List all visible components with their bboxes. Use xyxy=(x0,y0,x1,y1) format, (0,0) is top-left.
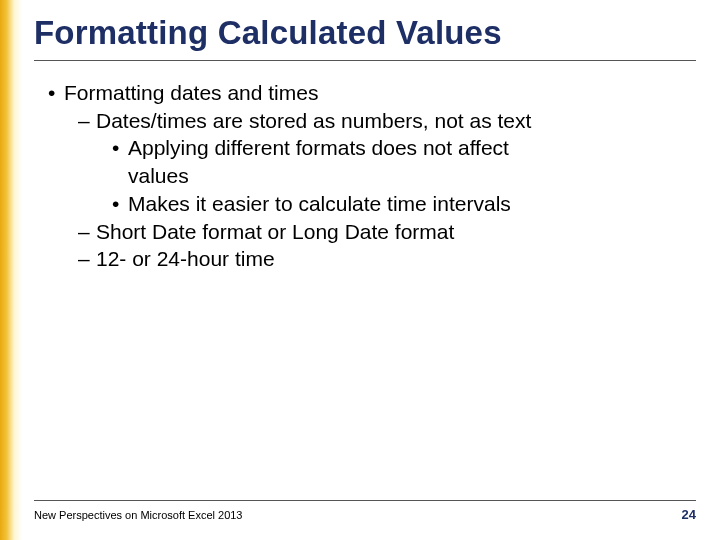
bullet-l3: •Makes it easier to calculate time inter… xyxy=(34,190,696,218)
bullet-marker-dash: – xyxy=(78,245,96,273)
slide-title: Formatting Calculated Values xyxy=(34,14,696,58)
bullet-l3: •Applying different formats does not aff… xyxy=(34,134,696,162)
bullet-marker-dot: • xyxy=(112,190,128,218)
bullet-l2: –12- or 24-hour time xyxy=(34,245,696,273)
accent-side-bar xyxy=(0,0,22,540)
bullet-text: Makes it easier to calculate time interv… xyxy=(128,192,511,215)
bullet-text: 12- or 24-hour time xyxy=(96,247,275,270)
bullet-l2: –Short Date format or Long Date format xyxy=(34,218,696,246)
page-number: 24 xyxy=(682,507,696,522)
bullet-text: values xyxy=(128,164,189,187)
bullet-text: Applying different formats does not affe… xyxy=(128,136,509,159)
bullet-marker-dash: – xyxy=(78,107,96,135)
footer-text: New Perspectives on Microsoft Excel 2013 xyxy=(34,509,242,521)
title-rule xyxy=(34,60,696,61)
slide-content: Formatting Calculated Values •Formatting… xyxy=(34,14,696,520)
bullet-marker-dot: • xyxy=(48,79,64,107)
footer-rule xyxy=(34,500,696,501)
bullet-l2: –Dates/times are stored as numbers, not … xyxy=(34,107,696,135)
bullet-text: Short Date format or Long Date format xyxy=(96,220,454,243)
slide-footer: New Perspectives on Microsoft Excel 2013… xyxy=(34,500,696,522)
bullet-text: Dates/times are stored as numbers, not a… xyxy=(96,109,531,132)
bullet-l3-continuation: values xyxy=(34,162,696,190)
bullet-marker-dot: • xyxy=(112,134,128,162)
footer-row: New Perspectives on Microsoft Excel 2013… xyxy=(34,507,696,522)
bullet-list: •Formatting dates and times –Dates/times… xyxy=(34,79,696,273)
bullet-text: Formatting dates and times xyxy=(64,81,318,104)
bullet-marker-dash: – xyxy=(78,218,96,246)
bullet-l1: •Formatting dates and times xyxy=(34,79,696,107)
